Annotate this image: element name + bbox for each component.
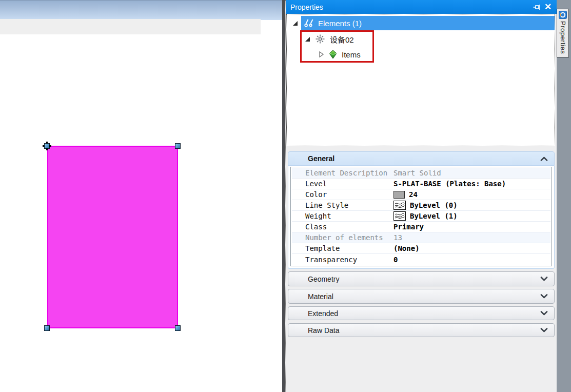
color-swatch[interactable]	[393, 191, 405, 199]
handle-tick	[49, 145, 51, 147]
line-weight-preview-icon[interactable]	[393, 211, 406, 221]
side-tab-label: Properties	[559, 21, 567, 54]
property-row-template[interactable]: Template (None)	[292, 243, 550, 254]
handle-tick	[43, 145, 45, 147]
drawing-canvas[interactable]	[0, 0, 282, 392]
close-button[interactable]: ✕	[542, 2, 554, 12]
element-tree: Elements (1) 设备02	[286, 14, 555, 146]
property-label: Level	[292, 180, 393, 188]
general-property-grid: Element Description Smart Solid Level S-…	[288, 166, 555, 269]
property-label: Element Description	[292, 169, 393, 177]
property-value[interactable]: 0	[393, 256, 550, 264]
panel-title: Properties	[290, 3, 531, 11]
selection-handle[interactable]	[175, 325, 181, 331]
property-row-color[interactable]: Color 24	[292, 189, 550, 200]
section-title: Material	[308, 292, 540, 301]
panel-titlebar: Properties ✕	[286, 0, 557, 14]
selection-handle-origin[interactable]	[44, 143, 50, 149]
expanded-triangle-icon[interactable]	[292, 20, 298, 26]
section-title: Geometry	[308, 275, 540, 283]
property-label: Color	[292, 190, 393, 199]
property-label: Number of elements	[292, 233, 393, 242]
close-icon: ✕	[544, 3, 552, 11]
handle-tick	[46, 148, 48, 150]
section-header-extended[interactable]: Extended	[288, 306, 555, 320]
section-title: Raw Data	[308, 326, 540, 335]
property-label: Line Style	[292, 201, 393, 209]
tree-item-items[interactable]: Items	[287, 47, 555, 62]
properties-tab-icon	[559, 11, 567, 19]
property-row-level[interactable]: Level S-PLAT-BASE (Plates: Base)	[292, 179, 550, 189]
property-value[interactable]: S-PLAT-BASE (Plates: Base)	[393, 180, 550, 188]
device-sun-icon	[315, 34, 325, 44]
property-value: 13	[393, 233, 550, 242]
secondary-toolbar-background	[0, 19, 261, 34]
tree-item-label: Items	[342, 50, 361, 59]
pin-icon	[533, 4, 541, 11]
property-value[interactable]: 24	[393, 190, 550, 199]
section-title: Extended	[308, 309, 540, 318]
property-label: Transparency	[292, 256, 393, 264]
property-grid: Element Description Smart Solid Level S-…	[290, 167, 552, 266]
tree-selection-highlight[interactable]: Elements (1)	[301, 16, 555, 30]
chevron-down-icon[interactable]	[540, 294, 548, 299]
tree-item-label: Elements (1)	[318, 19, 362, 28]
selection-handle[interactable]	[44, 325, 50, 331]
collapsed-triangle-icon[interactable]	[318, 51, 324, 57]
property-row-number-of-elements: Number of elements 13	[292, 232, 550, 243]
tree-item-elements[interactable]: Elements (1)	[287, 16, 555, 30]
property-value[interactable]: Primary	[393, 223, 550, 231]
property-value[interactable]: ByLevel (0)	[393, 201, 550, 210]
property-row-transparency[interactable]: Transparency 0	[292, 254, 550, 265]
line-style-preview-icon[interactable]	[393, 201, 406, 210]
properties-panel: Properties ✕	[285, 0, 557, 392]
dock-strip: Properties	[557, 0, 571, 392]
chevron-down-icon[interactable]	[540, 277, 548, 281]
selection-handle[interactable]	[175, 143, 181, 149]
elements-icon	[304, 18, 314, 28]
section-title: General	[308, 154, 540, 163]
property-row-weight[interactable]: Weight ByLevel (1)	[292, 211, 550, 222]
property-value[interactable]: (None)	[393, 244, 550, 252]
chevron-down-icon[interactable]	[540, 328, 548, 332]
property-label: Class	[292, 223, 393, 231]
property-value: Smart Solid	[393, 169, 550, 177]
property-row-class[interactable]: Class Primary	[292, 222, 550, 232]
property-label: Weight	[292, 212, 393, 220]
chevron-up-icon[interactable]	[540, 156, 548, 161]
items-gem-icon	[329, 50, 337, 59]
property-row-line-style[interactable]: Line Style ByLevel (0)	[292, 200, 550, 211]
tree-item-device[interactable]: 设备02	[287, 31, 555, 47]
pin-button[interactable]	[531, 2, 542, 12]
expanded-triangle-icon[interactable]	[304, 36, 310, 42]
property-label: Template	[292, 244, 393, 252]
selected-solid-element[interactable]	[47, 146, 178, 328]
tree-item-label: 设备02	[330, 34, 354, 45]
property-value[interactable]: ByLevel (1)	[393, 211, 550, 221]
view-toolbar-background	[0, 0, 282, 20]
section-header-material[interactable]: Material	[288, 289, 555, 304]
app-window: Properties ✕	[0, 0, 571, 392]
property-row-element-description: Element Description Smart Solid	[292, 168, 550, 179]
section-header-geometry[interactable]: Geometry	[288, 271, 555, 286]
handle-tick	[46, 142, 48, 144]
section-header-raw-data[interactable]: Raw Data	[288, 323, 555, 337]
properties-side-tab[interactable]: Properties	[557, 9, 569, 57]
chevron-down-icon[interactable]	[540, 311, 548, 316]
section-header-general[interactable]: General	[288, 151, 555, 166]
